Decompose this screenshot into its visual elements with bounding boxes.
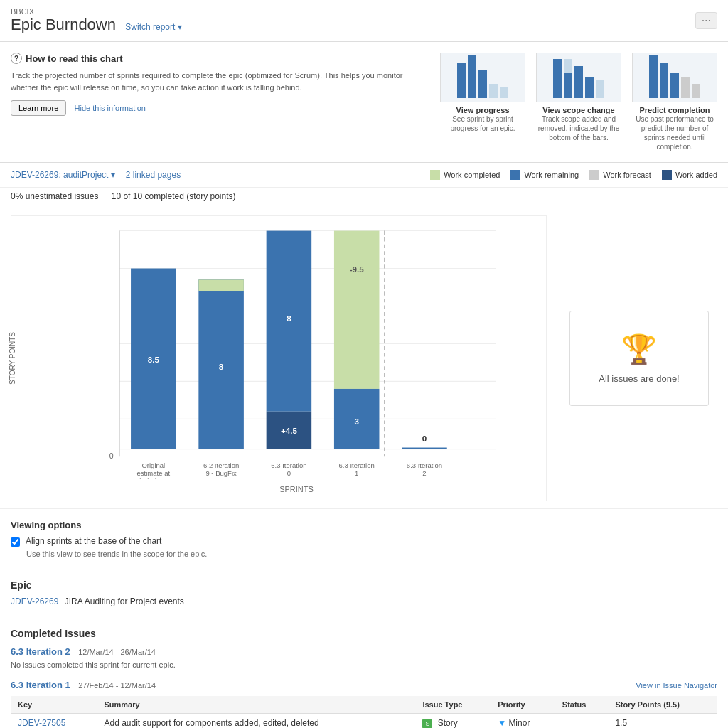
svg-text:0: 0 [109,451,114,460]
table-header: Key Summary Issue Type Priority Status S… [11,696,717,714]
col-priority: Priority [491,696,555,714]
bar-63-1-forecast [334,231,380,389]
x-axis-label: SPRINTS [54,485,539,493]
chart-right-panel: 🏆 All issues are done! [561,215,717,501]
svg-text:2: 2 [422,469,426,477]
chart-area: STORY POINTS 0 8.5 [11,215,547,501]
preview-img-2 [536,53,621,102]
completed-stat: 10 of 10 completed (story points) [112,191,236,201]
svg-text:9 - BugFix: 9 - BugFix [205,469,237,477]
bar4 [489,84,498,98]
col-issue-type: Issue Type [415,696,491,714]
project-id: BBCIX [11,7,182,16]
epic-section: Epic JDEV-26269 JIRA Auditing for Projec… [0,569,728,617]
table-body: JDEV-27505 Add audit support for compone… [11,714,717,729]
svg-text:8.5: 8.5 [148,355,160,364]
svg-text:estimate at: estimate at [137,469,171,477]
legend: Work completed Work remaining Work forec… [430,170,717,180]
svg-text:+4.5: +4.5 [281,426,297,435]
chart-toolbar: JDEV-26269: auditProject ▾ 2 linked page… [0,163,728,188]
issue-priority-cell: ▼ Minor [491,714,555,729]
issue-status-cell [555,714,609,729]
issue-key-link[interactable]: JDEV-27505 [18,718,65,728]
issue-type-cell: S Story [415,714,491,729]
legend-remaining: Work remaining [510,170,579,180]
svg-text:6.2 Iteration: 6.2 Iteration [203,461,239,469]
legend-remaining-label: Work remaining [524,171,579,179]
viewing-options-title: Viewing options [11,520,717,530]
y-axis-label: STORY POINTS [9,332,16,385]
header-left: BBCIX Epic Burndown Switch report ▾ [11,7,182,34]
project-link[interactable]: JDEV-26269: auditProject ▾ [11,170,115,180]
sprint-header-2: 6.3 Iteration 1 27/Feb/14 - 12/Mar/14 Vi… [11,680,717,690]
viewing-options-section: Viewing options Align sprints at the bas… [0,508,728,569]
bar3 [670,73,679,98]
bar1 [553,59,562,98]
svg-text:-9.5: -9.5 [350,264,365,274]
sprint-header-1: 6.3 Iteration 2 12/Mar/14 - 26/Mar/14 [11,646,717,657]
page-title: Epic Burndown [11,16,116,33]
completed-issues-section: Completed Issues 6.3 Iteration 2 12/Mar/… [0,617,728,728]
col-status: Status [555,696,609,714]
bar4 [585,77,594,98]
question-icon: ? [11,53,22,64]
svg-text:start of epic: start of epic [136,476,171,479]
svg-text:3: 3 [354,417,359,426]
learn-more-button[interactable]: Learn more [11,100,66,116]
table-row: JDEV-27505 Add audit support for compone… [11,714,717,729]
svg-text:1: 1 [355,469,358,477]
trophy-icon: 🏆 [599,333,679,366]
align-sprints-row: Align sprints at the base of the chart [11,536,717,547]
legend-added: Work added [662,170,717,180]
bar1 [457,63,466,98]
unestimated-stat: 0% unestimated issues [11,191,98,201]
sprint-dates-2: 27/Feb/14 - 12/Mar/14 [78,681,156,690]
bar3 [574,66,583,98]
svg-text:8: 8 [219,362,224,371]
info-title: ? How to read this chart [11,53,426,64]
linked-pages-link[interactable]: 2 linked pages [126,170,181,180]
toolbar-left: JDEV-26269: auditProject ▾ 2 linked page… [11,170,181,180]
preview-title-1: View progress [440,106,525,114]
preview-title-2: View scope change [536,106,621,114]
issue-key-cell: JDEV-27505 [11,714,97,729]
view-navigator-link[interactable]: View in Issue Navigator [636,681,717,690]
align-sprints-checkbox[interactable] [11,537,20,547]
preview-view-progress: View progress See sprint by sprint progr… [440,53,525,151]
bar-top [564,59,572,73]
more-options-button[interactable]: ··· [695,12,717,29]
epic-section-title: Epic [11,579,717,591]
legend-completed: Work completed [430,170,500,180]
preview-desc-2: Track scope added and removed, indicated… [536,114,621,142]
bar1 [649,55,658,98]
switch-report-button[interactable]: Switch report ▾ [125,22,181,32]
sprint-name-2[interactable]: 6.3 Iteration 1 [11,680,70,690]
preview-predict: Predict completion Use past performance … [632,53,717,151]
preview-view-scope: View scope change Track scope added and … [536,53,621,151]
legend-forecast-box [589,170,599,180]
issue-type-badge: S [422,719,432,728]
bar5 [596,80,604,98]
legend-added-label: Work added [675,171,717,179]
preview-title-3: Predict completion [632,106,717,114]
svg-text:0: 0 [422,434,427,443]
project-selector[interactable]: JDEV-26269: auditProject ▾ [11,170,115,180]
legend-completed-box [430,170,440,180]
bar5 [692,84,700,98]
sprint-note-1: No issues completed this sprint for curr… [11,660,717,669]
hide-info-link[interactable]: Hide this information [75,104,146,112]
page-header: BBCIX Epic Burndown Switch report ▾ ··· [0,0,728,42]
issue-type-label: Story [438,718,458,728]
sprint-name-1[interactable]: 6.3 Iteration 2 [11,646,70,657]
info-section: ? How to read this chart Track the proje… [0,42,728,163]
issue-summary-cell: Add audit support for components added, … [97,714,415,729]
issues-table: Key Summary Issue Type Priority Status S… [11,696,717,728]
bar5 [500,87,508,98]
epic-key-link[interactable]: JDEV-26269 [11,596,58,606]
bar3 [478,70,487,98]
svg-text:Original: Original [141,461,165,469]
preview-img-1 [440,53,525,102]
info-actions: Learn more Hide this information [11,100,426,116]
info-right: View progress See sprint by sprint progr… [440,53,717,151]
col-story-points: Story Points (9.5) [608,696,717,714]
